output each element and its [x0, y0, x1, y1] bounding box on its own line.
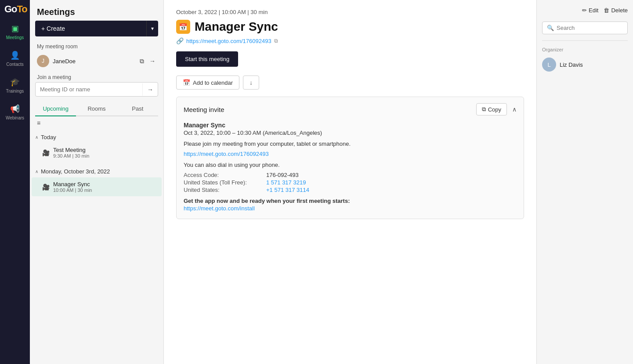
invite-header-right: ⧉ Copy ∧ — [476, 103, 517, 115]
right-panel: ✏ Edit 🗑 Delete 🔍 Organizer L Liz Davis — [536, 0, 633, 364]
trainings-icon: 🎓 — [10, 77, 20, 87]
invite-table: Access Code: 176-092-493 United States (… — [184, 172, 517, 193]
url-copy-icon[interactable]: ⧉ — [274, 38, 278, 44]
join-input-row: → — [35, 82, 158, 97]
room-name: JaneDoe — [53, 58, 135, 65]
access-code-label: Access Code: — [184, 172, 263, 178]
logo-area: GoTo — [0, 0, 30, 18]
create-button[interactable]: + Create — [35, 21, 146, 36]
meeting-meta: October 3, 2022 | 10:00 AM | 30 min — [176, 9, 524, 15]
tabs-row: Upcoming Rooms Past — [35, 102, 158, 116]
day-header-today[interactable]: ∧ Today — [30, 131, 163, 143]
tab-rooms[interactable]: Rooms — [76, 102, 117, 115]
left-nav: GoTo ▣ Meetings 👤 Contacts 🎓 Trainings 📢… — [0, 0, 30, 364]
create-dropdown-button[interactable]: ▾ — [146, 21, 158, 36]
delete-button[interactable]: 🗑 Delete — [604, 7, 628, 14]
join-label: Join a meeting — [30, 70, 163, 82]
us-toll-free-label: United States (Toll Free): — [184, 179, 263, 186]
sidebar-title: Meetings — [30, 0, 163, 21]
room-actions: ⧉ → — [139, 57, 156, 66]
us-toll-free-value: 1 571 317 3219 — [266, 179, 306, 186]
action-bar: 📅 Add to calendar ↓ — [176, 76, 524, 90]
invite-header[interactable]: Meeting invite ⧉ Copy ∧ — [177, 97, 524, 122]
start-meeting-button[interactable]: Start this meeting — [176, 51, 238, 67]
nav-label-meetings: Meetings — [6, 35, 24, 40]
meeting-info-test: Test Meeting 9:30 AM | 30 min — [53, 147, 156, 159]
main-content: October 3, 2022 | 10:00 AM | 30 min 📅 Ma… — [164, 0, 536, 364]
my-room-row: J JaneDoe ⧉ → — [30, 52, 163, 70]
contacts-icon: 👤 — [10, 50, 20, 60]
organizer-label: Organizer — [542, 47, 628, 52]
edit-delete-row: ✏ Edit 🗑 Delete — [542, 5, 628, 17]
invite-get-app: Get the app now and be ready when your f… — [184, 198, 517, 204]
filter-icon[interactable]: ≡ — [37, 119, 40, 126]
edit-button[interactable]: ✏ Edit — [582, 7, 598, 14]
download-button[interactable]: ↓ — [243, 76, 259, 90]
day-section-today: ∧ Today 🎥 Test Meeting 9:30 AM | 30 min — [30, 130, 163, 164]
meeting-item-sync[interactable]: 🎥 Manager Sync 10:00 AM | 30 min — [32, 177, 162, 196]
meeting-video-icon: 🎥 — [42, 149, 50, 156]
trash-icon: 🗑 — [604, 7, 609, 14]
search-box: 🔍 — [542, 22, 628, 34]
day-header-oct3[interactable]: ∧ Monday, October 3rd, 2022 — [30, 166, 163, 177]
meeting-time-sync: 10:00 AM | 30 min — [53, 187, 156, 193]
meeting-link-row: 🔗 https://meet.goto.com/176092493 ⧉ — [176, 37, 524, 44]
invite-join-link[interactable]: https://meet.goto.com/176092493 — [184, 151, 517, 157]
invite-card: Meeting invite ⧉ Copy ∧ Manager Sync Oct… — [176, 97, 524, 219]
invite-dial-text: You can also dial in using your phone. — [184, 162, 517, 168]
create-btn-row: + Create ▾ — [35, 21, 158, 36]
meeting-video-icon-sync: 🎥 — [42, 184, 50, 191]
nav-item-webinars[interactable]: 📢 Webinars — [0, 99, 30, 126]
link-icon: 🔗 — [176, 37, 184, 44]
edit-pencil-icon: ✏ — [582, 7, 587, 14]
day-label-today: Today — [41, 134, 56, 141]
my-room-label: My meeting room — [30, 42, 163, 52]
nav-label-webinars: Webinars — [6, 115, 24, 120]
nav-item-meetings[interactable]: ▣ Meetings — [0, 18, 30, 45]
organizer-name: Liz Davis — [560, 61, 583, 68]
calendar-action-icon: 📅 — [183, 79, 190, 86]
invite-meeting-name: Manager Sync — [184, 122, 517, 129]
search-icon: 🔍 — [547, 25, 554, 31]
organizer-row: L Liz Davis — [542, 58, 628, 72]
filter-row: ≡ — [30, 116, 163, 130]
meeting-title-test: Test Meeting — [53, 147, 156, 153]
join-submit-button[interactable]: → — [142, 83, 158, 96]
tab-past[interactable]: Past — [117, 102, 158, 115]
room-join-button[interactable]: → — [148, 57, 156, 66]
invite-body: Manager Sync Oct 3, 2022, 10:00 – 10:30 … — [177, 122, 524, 219]
room-copy-button[interactable]: ⧉ — [139, 57, 145, 66]
invite-copy-button[interactable]: ⧉ Copy — [476, 103, 507, 115]
chevron-oct3: ∧ — [35, 169, 38, 174]
add-to-calendar-button[interactable]: 📅 Add to calendar — [176, 76, 239, 90]
meeting-time-test: 9:30 AM | 30 min — [53, 153, 156, 159]
calendar-badge-icon: 📅 — [176, 20, 190, 34]
sidebar: Meetings + Create ▾ My meeting room J Ja… — [30, 0, 164, 364]
search-input[interactable] — [557, 25, 630, 31]
app-logo: GoTo — [4, 4, 27, 14]
tab-upcoming[interactable]: Upcoming — [35, 102, 76, 115]
meeting-item-test[interactable]: 🎥 Test Meeting 9:30 AM | 30 min — [32, 143, 162, 162]
invite-install-link[interactable]: https://meet.goto.com/install — [184, 205, 255, 212]
nav-label-trainings: Trainings — [6, 89, 24, 94]
invite-row-toll-free: United States (Toll Free): 1 571 317 321… — [184, 179, 517, 186]
nav-label-contacts: Contacts — [6, 62, 23, 67]
invite-row-us: United States: +1 571 317 3114 — [184, 187, 517, 193]
join-input[interactable] — [36, 83, 142, 96]
invite-title: Meeting invite — [184, 106, 224, 113]
download-icon: ↓ — [250, 79, 253, 86]
meeting-info-sync: Manager Sync 10:00 AM | 30 min — [53, 181, 156, 193]
webinars-icon: 📢 — [10, 104, 20, 114]
organizer-avatar: L — [542, 58, 556, 72]
avatar-janedoe: J — [37, 55, 49, 67]
nav-item-contacts[interactable]: 👤 Contacts — [0, 45, 30, 72]
day-section-oct3: ∧ Monday, October 3rd, 2022 🎥 Manager Sy… — [30, 164, 163, 198]
meeting-url-link[interactable]: https://meet.goto.com/176092493 — [186, 38, 271, 44]
day-label-oct3: Monday, October 3rd, 2022 — [41, 168, 110, 175]
nav-item-trainings[interactable]: 🎓 Trainings — [0, 72, 30, 99]
chevron-today: ∧ — [35, 135, 38, 140]
meeting-title-main: Manager Sync — [195, 20, 278, 34]
access-code-value: 176-092-493 — [266, 172, 299, 178]
us-label: United States: — [184, 187, 263, 193]
meeting-title-row: 📅 Manager Sync — [176, 20, 524, 34]
